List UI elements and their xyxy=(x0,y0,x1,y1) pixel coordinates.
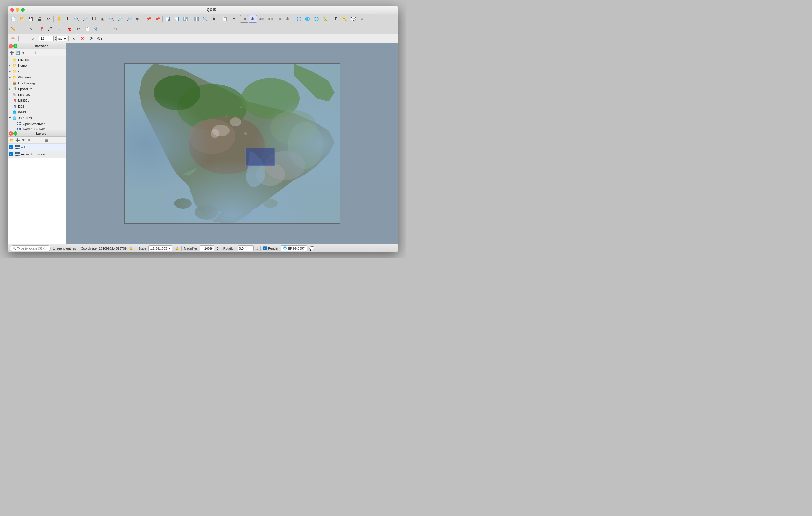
layer-ort-checkbox[interactable]: ✓ xyxy=(9,145,13,149)
browser-item-favorites[interactable]: ⭐ Favorites xyxy=(7,57,66,63)
browser-add-btn[interactable]: ➕ xyxy=(9,50,14,56)
edit-feature-btn[interactable]: 🖊 xyxy=(46,25,54,33)
redo-btn[interactable]: ↪ xyxy=(111,25,120,33)
messages-btn[interactable]: 💬 xyxy=(309,245,315,251)
delete-feature-btn[interactable]: 🗑 xyxy=(66,25,74,33)
info-button[interactable]: ℹ️ xyxy=(192,15,200,23)
layers-add-btn[interactable]: ➕ xyxy=(14,137,21,143)
label-button-4[interactable]: abc xyxy=(266,15,274,23)
magnifier-input[interactable] xyxy=(200,245,214,251)
layers-close-btn[interactable]: ✕ xyxy=(9,131,13,135)
zoom-out-button[interactable]: 🔎 xyxy=(81,15,89,23)
browser-item-home[interactable]: ▶ 📁 Home xyxy=(7,63,66,68)
browser-info-btn[interactable]: ℹ xyxy=(32,50,38,56)
layers-collapse-btn[interactable]: ↑ xyxy=(38,137,44,143)
browser-item-gsi[interactable]: 地理院淡色地図 xyxy=(7,127,66,130)
minimize-button[interactable] xyxy=(16,8,19,12)
browser-item-xyz-tiles[interactable]: ▼ 🌐 XYZ Tiles xyxy=(7,115,66,121)
undo-btn[interactable]: ↩ xyxy=(103,25,111,33)
font-size-up[interactable]: ▲ xyxy=(54,36,56,38)
filter-btn[interactable]: ε xyxy=(70,35,78,42)
layer-notes-button[interactable]: 📋 xyxy=(221,15,229,23)
map-tips-button[interactable]: 🔍 xyxy=(201,15,209,23)
cut-feature-btn[interactable]: ✂ xyxy=(75,25,83,33)
scale-dropdown[interactable]: 1:2,341,363 ▼ xyxy=(148,245,172,251)
layers-filter-btn[interactable]: ▼ xyxy=(21,137,26,143)
edit-mode-btn[interactable]: ✏ xyxy=(9,35,17,42)
move-feature-btn[interactable]: ↔ xyxy=(55,25,63,33)
extra-btn[interactable]: ⊗ xyxy=(87,35,95,42)
print-button[interactable]: ↩ xyxy=(44,15,52,23)
browser-item-db2[interactable]: 🗄 DB2 xyxy=(7,103,66,109)
map-area[interactable] xyxy=(66,43,399,244)
layer-ortbounds-checkbox[interactable]: ✓ xyxy=(9,152,13,156)
magnifier-up-btn[interactable]: ▲ xyxy=(216,246,219,248)
maximize-button[interactable] xyxy=(21,8,25,12)
label-button-2[interactable]: abc xyxy=(249,15,257,23)
font-unit-select[interactable]: px xyxy=(56,36,67,41)
statistics-button[interactable]: 📊 xyxy=(173,15,181,23)
label-button-5[interactable]: abc xyxy=(275,15,283,23)
wfs-button[interactable]: 🌐 xyxy=(303,15,312,23)
digitize-btn[interactable]: | xyxy=(18,25,26,33)
label-button-3[interactable]: abc xyxy=(258,15,266,23)
layers-open-btn[interactable]: 📂 xyxy=(9,137,14,143)
browser-item-postgis[interactable]: 🐘 PostGIS xyxy=(7,92,66,98)
clear-btn[interactable]: ✕ xyxy=(79,35,87,42)
browser-item-volumes[interactable]: ▶ 📁 /Volumes xyxy=(7,74,66,80)
layer-item-ort-bounds[interactable]: ✓ ort with bounds xyxy=(7,151,66,158)
attribute-table-button[interactable]: 📊 xyxy=(164,15,172,23)
epsg-badge[interactable]: 🌐 EPSG:3857 xyxy=(281,245,307,251)
layers-filter2-btn[interactable]: ≡ xyxy=(26,137,32,143)
add-feature-btn[interactable]: 📍 xyxy=(37,25,46,33)
zoom-full-button[interactable]: ⊞ xyxy=(98,15,107,23)
locate-search[interactable]: 🔍 xyxy=(10,245,51,251)
python-button[interactable]: 🐍 xyxy=(321,15,329,23)
browser-close-btn[interactable]: ✕ xyxy=(9,44,13,48)
save-project-button[interactable]: 💾 xyxy=(27,15,35,23)
ruler-button[interactable]: 📏 xyxy=(340,15,349,23)
save-as-button[interactable]: 🖨 xyxy=(35,15,44,23)
open-project-button[interactable]: 📂 xyxy=(18,15,26,23)
browser-collapse-btn[interactable]: ↑ xyxy=(26,50,32,56)
rotation-input[interactable] xyxy=(238,245,254,251)
chat-button[interactable]: 💬 xyxy=(349,15,357,23)
browser-item-wms[interactable]: 🌐 WMS xyxy=(7,109,66,115)
zoom-in-button[interactable]: 🔍 xyxy=(72,15,81,23)
select-button[interactable]: 📌 xyxy=(153,15,161,23)
browser-item-mssql[interactable]: 🗄 MSSQL xyxy=(7,98,66,103)
render-toggle[interactable]: ✓ Render xyxy=(263,246,279,250)
browser-item-spatialite[interactable]: ▶ 🗄 SpatiaLite xyxy=(7,86,66,92)
new-project-button[interactable]: 📄 xyxy=(9,15,17,23)
layers-remove-btn[interactable]: 🗑 xyxy=(44,137,50,143)
node-tool-btn[interactable]: ○ xyxy=(29,35,37,42)
pan-map-button[interactable]: ✛ xyxy=(64,15,72,23)
more-tools-button[interactable]: » xyxy=(358,15,366,23)
copy-feature-btn[interactable]: 📋 xyxy=(83,25,91,33)
locate-input[interactable] xyxy=(17,247,48,250)
paste-feature-btn[interactable]: 📎 xyxy=(92,25,100,33)
zoom-last-button[interactable]: 🔎 xyxy=(125,15,133,23)
edit-pencil-button[interactable]: ✏️ xyxy=(9,25,17,33)
rotation-up-btn[interactable]: ▲ xyxy=(256,246,258,248)
new-layer-button[interactable]: 🗂 xyxy=(229,15,237,23)
extra-dropdown-btn[interactable]: ⊗▾ xyxy=(96,35,104,42)
magnifier-down-btn[interactable]: ▼ xyxy=(216,248,219,250)
browser-refresh-btn[interactable]: 🔄 xyxy=(14,50,21,56)
pan-tool-button[interactable]: ✋ xyxy=(55,15,63,23)
layers-float-btn[interactable]: ○ xyxy=(13,131,18,135)
zoom-selection-button[interactable]: 🔍 xyxy=(107,15,116,23)
node-btn[interactable]: ○ xyxy=(27,25,35,33)
wms-button[interactable]: 🌐 xyxy=(295,15,303,23)
font-size-down[interactable]: ▼ xyxy=(54,38,56,41)
browser-item-osm[interactable]: OpenStreetMap xyxy=(7,121,66,127)
close-button[interactable] xyxy=(10,8,14,12)
calculator-button[interactable]: Σ xyxy=(331,15,340,23)
zoom-next-button[interactable]: ⊕ xyxy=(134,15,142,23)
render-checkbox-input[interactable]: ✓ xyxy=(263,246,267,250)
browser-item-root[interactable]: ▶ 📁 / xyxy=(7,68,66,74)
label-button-1[interactable]: abc xyxy=(240,15,248,23)
label-button-6[interactable]: abc xyxy=(284,15,292,23)
browser-filter-btn[interactable]: ▼ xyxy=(21,50,26,56)
cursor-button[interactable]: 🖱 xyxy=(210,15,218,23)
